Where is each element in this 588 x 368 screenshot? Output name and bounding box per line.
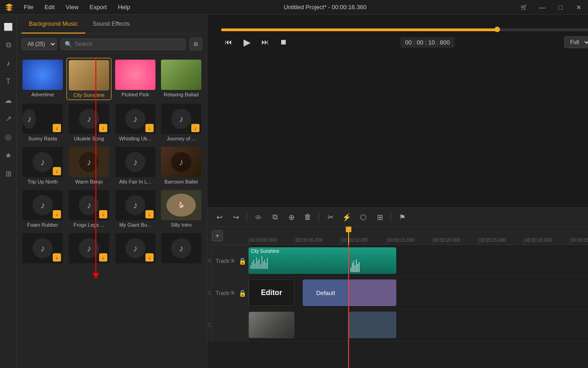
skip-back-button[interactable]: ⏮ bbox=[221, 35, 236, 50]
editor-clip-label: Editor bbox=[261, 289, 282, 297]
waveform-bar bbox=[357, 264, 358, 272]
editor-clip[interactable]: Editor bbox=[249, 279, 294, 306]
track-visibility-icon[interactable]: 👁 bbox=[229, 257, 236, 265]
track-lock-icon[interactable]: 🔒 bbox=[239, 257, 246, 265]
ruler-mark: 00:00:15.000 bbox=[386, 238, 432, 245]
download-badge: ↓ bbox=[191, 124, 200, 132]
music-item[interactable]: ♪ ↓ bbox=[21, 231, 65, 267]
transform-button[interactable]: ⬡ bbox=[356, 210, 371, 224]
download-badge: ↓ bbox=[145, 210, 154, 218]
music-item-selected[interactable]: City Sunshine bbox=[67, 58, 111, 100]
category-dropdown[interactable]: All (25) Pop Rock bbox=[22, 38, 57, 50]
default-clip[interactable]: Default bbox=[303, 279, 349, 306]
sidebar-btn-text[interactable]: T bbox=[0, 73, 17, 90]
preview-area: Editor ⏮ ▶ ⏭ ⏹ bbox=[207, 15, 588, 207]
add-track-button[interactable]: + bbox=[212, 230, 223, 241]
music-item[interactable]: ♪ ↓ Foam Rubber bbox=[21, 188, 65, 229]
video-clip-1[interactable] bbox=[249, 312, 294, 338]
speed-button[interactable]: ⚡ bbox=[339, 210, 354, 224]
music-item[interactable]: ♪ bbox=[159, 231, 203, 267]
track-number-3: 3 bbox=[207, 245, 212, 277]
music-item[interactable]: Pickled Pink bbox=[113, 58, 157, 100]
crop-button[interactable]: ⊞ bbox=[372, 210, 387, 224]
note-icon: ♪ bbox=[33, 195, 53, 215]
music-item[interactable]: ♪ ↓ Ukulele Song bbox=[67, 102, 111, 143]
sidebar-btn-home[interactable]: ⬜ bbox=[0, 18, 17, 35]
menu-edit[interactable]: Edit bbox=[39, 0, 60, 14]
timeline: + 00:00:00.000 00:00:05.000 00:00:10.000… bbox=[207, 227, 588, 368]
menu-file[interactable]: File bbox=[18, 0, 39, 14]
music-item[interactable]: Advertime bbox=[21, 58, 65, 100]
minimize-button[interactable]: — bbox=[533, 0, 551, 15]
sidebar-btn-media[interactable]: ⧉ bbox=[0, 37, 17, 53]
music-thumb bbox=[69, 60, 109, 90]
audio-clip-2[interactable] bbox=[349, 247, 396, 274]
sidebar-btn-transitions[interactable]: ↗ bbox=[0, 110, 17, 127]
quality-select[interactable]: Full 1/2 1/4 bbox=[564, 36, 588, 48]
music-item[interactable]: ♪ Alls Fair In L... bbox=[113, 145, 157, 186]
music-label: My Giant Bu... bbox=[119, 222, 151, 228]
music-item[interactable]: ♪ Barroom Ballet bbox=[159, 145, 203, 186]
waveform-bar bbox=[355, 265, 355, 272]
music-item[interactable]: 🐕 Silly Intro bbox=[159, 188, 203, 229]
download-badge: ↓ bbox=[99, 124, 107, 132]
music-item[interactable]: Relaxing Ballad bbox=[159, 58, 203, 100]
music-item[interactable]: ♪ ↓ bbox=[113, 231, 157, 267]
maximize-button[interactable]: □ bbox=[551, 0, 570, 15]
progress-handle[interactable] bbox=[494, 27, 500, 32]
track-visibility-icon-2[interactable]: 👁 bbox=[229, 290, 236, 297]
stop-button[interactable]: ⏹ bbox=[276, 35, 291, 50]
menu-help[interactable]: Help bbox=[112, 0, 136, 14]
music-item[interactable]: ♪ ↓ Sunny Rasta bbox=[21, 102, 65, 143]
tab-sound-effects[interactable]: Sound Effects bbox=[85, 15, 137, 33]
note-icon: ♪ bbox=[171, 109, 191, 129]
music-item[interactable]: ♪ ↓ Whistling Uk... bbox=[113, 102, 157, 143]
search-input[interactable] bbox=[75, 41, 182, 47]
cart-button[interactable]: 🛒 bbox=[515, 0, 533, 15]
cut-button[interactable]: ✂ bbox=[323, 210, 338, 224]
tab-background-music[interactable]: Background Music bbox=[22, 15, 85, 33]
sidebar-btn-stickers[interactable]: ★ bbox=[0, 147, 17, 163]
music-item[interactable]: ♪ ↓ My Giant Bu... bbox=[113, 188, 157, 229]
play-button[interactable]: ▶ bbox=[239, 35, 254, 50]
music-item[interactable]: ♪ Warm Banjo bbox=[67, 145, 111, 186]
music-item[interactable]: ♪ ↓ Frogs Legs ... bbox=[67, 188, 111, 229]
music-label: Warm Banjo bbox=[75, 179, 103, 184]
copy-button[interactable]: ⧉ bbox=[267, 210, 282, 224]
track-lock-icon-2[interactable]: 🔒 bbox=[239, 290, 246, 297]
sidebar-btn-filters[interactable]: ◎ bbox=[0, 128, 17, 145]
menu-bar: File Edit View Export Help Untitled Proj… bbox=[0, 0, 588, 15]
flag-button[interactable]: ⚑ bbox=[395, 210, 410, 224]
redo-button[interactable]: ↪ bbox=[228, 210, 243, 224]
music-thumb: ♪ ↓ bbox=[115, 104, 155, 134]
paste-button[interactable]: ⊕ bbox=[284, 210, 299, 224]
menu-export[interactable]: Export bbox=[84, 0, 112, 14]
track-content-3[interactable]: City Sunshine bbox=[249, 245, 588, 277]
music-thumb: 🐕 bbox=[161, 190, 201, 220]
sidebar-btn-templates[interactable]: ⊞ bbox=[0, 165, 17, 182]
track-content-1[interactable] bbox=[249, 309, 588, 341]
track-content-2[interactable]: Editor Default bbox=[249, 277, 588, 309]
video-clip-2[interactable] bbox=[349, 312, 396, 338]
delete-button[interactable]: 🗑 bbox=[300, 210, 315, 224]
music-label: City Sunshine bbox=[73, 92, 105, 98]
music-label: Sunny Rasta bbox=[28, 136, 57, 141]
menu-view[interactable]: View bbox=[60, 0, 84, 14]
undo-button[interactable]: ↩ bbox=[212, 210, 227, 224]
toolbar-separator-3 bbox=[391, 212, 391, 222]
music-item[interactable]: ♪ ↓ bbox=[67, 231, 111, 267]
music-item[interactable]: ♪ ↓ Journey of ... bbox=[159, 102, 203, 143]
playhead-marker bbox=[346, 227, 351, 232]
waveform-bar bbox=[256, 257, 257, 269]
audio-clip-1[interactable]: City Sunshine bbox=[249, 247, 349, 274]
music-item[interactable]: ♪ ↓ Trip Up North bbox=[21, 145, 65, 186]
close-button[interactable]: ✕ bbox=[570, 0, 588, 15]
sidebar-btn-audio[interactable]: ♪ bbox=[0, 55, 17, 72]
progress-bar[interactable] bbox=[221, 28, 588, 31]
skip-frame-button[interactable]: ⏭ bbox=[258, 35, 272, 50]
split-button[interactable]: ⌯ bbox=[251, 210, 266, 224]
violet-clip[interactable] bbox=[349, 279, 396, 306]
sidebar-btn-effects[interactable]: ☁ bbox=[0, 92, 17, 108]
music-thumb: ♪ bbox=[161, 233, 201, 263]
grid-toggle-button[interactable]: ⊞ bbox=[189, 38, 202, 50]
